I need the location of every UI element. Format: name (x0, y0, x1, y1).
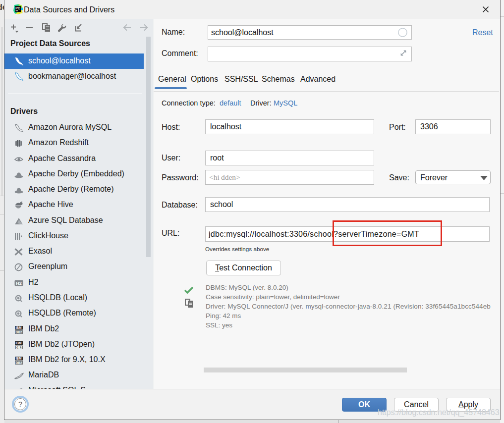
svg-text:DB2: DB2 (16, 361, 22, 365)
svg-text:IBM: IBM (16, 326, 22, 329)
svg-text:DB2: DB2 (16, 330, 22, 334)
svg-text:H2: H2 (16, 281, 22, 286)
svg-text:IBM: IBM (16, 357, 22, 360)
svg-text:IBM: IBM (16, 341, 22, 345)
svg-text:PC: PC (15, 6, 20, 10)
svg-text:DB2: DB2 (16, 346, 22, 349)
